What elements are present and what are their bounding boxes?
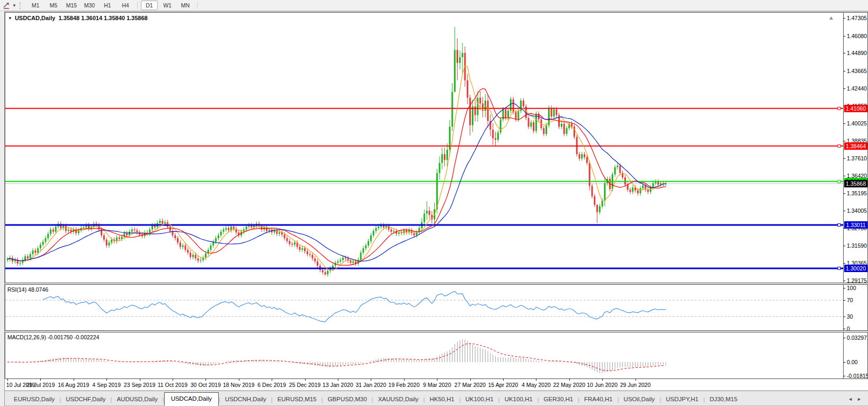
- macd-canvas[interactable]: [5, 332, 843, 377]
- chart-tab-eurusd-m15[interactable]: EURUSD,M15: [273, 393, 321, 405]
- macd-axis[interactable]: 0.0329720.00-0.018154: [843, 332, 867, 378]
- macd-plot[interactable]: MACD(12,26,9) -0.001750 -0.002224: [5, 332, 843, 378]
- ohlc-close: 1.35868: [127, 15, 148, 21]
- ohlc-high: 1.36014: [81, 15, 102, 21]
- price-tick-mark: [844, 176, 845, 176]
- candles-layer: [7, 27, 667, 277]
- price-tick-mark: [844, 36, 845, 37]
- chart-tab-usdchf-daily[interactable]: USDCHF,Daily: [61, 393, 110, 405]
- chart-tab-usdcad-daily[interactable]: USDCAD,Daily: [164, 392, 219, 406]
- date-tick-mark: [140, 379, 140, 381]
- toolbar-grip[interactable]: [20, 2, 23, 9]
- chart-tab-ger30-h1[interactable]: GER30,H1: [539, 393, 578, 405]
- chart-tab-eurusd-daily[interactable]: EURUSD,Daily: [9, 393, 59, 405]
- ohlc-open: 1.35848: [58, 15, 79, 21]
- tab-scroll-nav: ◄►: [846, 396, 864, 402]
- chart-tab-xauusd-daily[interactable]: XAUUSD,Daily: [373, 393, 424, 405]
- date-tick-mark: [371, 379, 371, 381]
- timeframe-button-w1[interactable]: W1: [159, 1, 176, 10]
- candlestick-canvas[interactable]: [5, 13, 843, 282]
- hline-handle: [838, 267, 840, 269]
- rsi-tick: 100: [847, 285, 856, 291]
- price-tick: 1.42440: [847, 85, 867, 92]
- macd-tick: 0.00: [847, 359, 857, 365]
- price-axis[interactable]: 1.473051.460801.448901.436651.424401.412…: [843, 13, 867, 283]
- hline-handle: [838, 107, 840, 110]
- date-label: 9 Mar 2020: [423, 382, 451, 388]
- tab-scroll-right-icon[interactable]: ►: [855, 396, 864, 402]
- rsi-plot[interactable]: RSI(14) 48.0746: [5, 285, 843, 330]
- date-tick-mark: [173, 379, 173, 381]
- price-tick-mark: [844, 53, 845, 53]
- date-tick-mark: [7, 379, 8, 381]
- date-axis[interactable]: 10 Jul 201929 Jul 201916 Aug 20194 Sep 2…: [5, 379, 868, 391]
- chart-tab-uk100-h1[interactable]: UK100,H1: [500, 393, 538, 405]
- ma-slow-blue: [7, 103, 666, 261]
- chart-tab-hk50-h1[interactable]: HK50,H1: [425, 393, 459, 405]
- date-tick-mark: [40, 379, 41, 381]
- rsi-line: [43, 291, 666, 322]
- chart-context-arrow-icon[interactable]: ▼: [8, 16, 12, 21]
- macd-tick-mark: [844, 338, 845, 338]
- tool-dropdown-caret-icon[interactable]: ▼: [11, 3, 17, 8]
- date-tick-mark: [305, 379, 306, 381]
- ma-mid-red: [7, 88, 666, 265]
- date-label: 16 Aug 2019: [58, 382, 89, 388]
- timeframe-button-d1[interactable]: D1: [141, 1, 158, 10]
- rsi-tick-mark: [844, 288, 845, 288]
- date-tick-mark: [205, 379, 206, 381]
- timeframe-button-m15[interactable]: M15: [63, 1, 80, 10]
- hline-handle: [838, 145, 840, 147]
- hline-handle: [838, 180, 840, 183]
- date-label: 4 Sep 2019: [92, 382, 121, 388]
- timeframe-button-h1[interactable]: H1: [99, 1, 116, 10]
- main-chart-plot[interactable]: ▼ USDCAD,Daily 1.35848 1.36014 1.35840 1…: [5, 13, 843, 283]
- date-tick-mark: [470, 379, 471, 381]
- chart-tab-fra40-h1[interactable]: FRA40,H1: [579, 393, 618, 405]
- macd-histogram: [7, 339, 666, 374]
- timeframe-button-m5[interactable]: M5: [45, 1, 62, 10]
- timeframe-button-h4[interactable]: H4: [117, 1, 134, 10]
- timeframe-button-mn[interactable]: MN: [177, 1, 194, 10]
- date-tick-mark: [338, 379, 338, 381]
- chart-tab-audusd-daily[interactable]: AUDUSD,Daily: [112, 393, 162, 405]
- price-line-badge: 1.38464: [844, 142, 867, 150]
- date-label: 10 Jun 2020: [587, 382, 618, 388]
- price-tick: 1.40025: [847, 120, 867, 127]
- price-tick: 1.47305: [847, 15, 867, 21]
- date-tick-mark: [74, 379, 74, 381]
- chart-tab-usdcnh-daily[interactable]: USDCNH,Daily: [220, 393, 271, 405]
- date-label: 11 Oct 2019: [158, 382, 187, 388]
- date-tick-mark: [569, 379, 570, 381]
- hline-handle: [838, 224, 840, 227]
- chart-title: ▼ USDCAD,Daily 1.35848 1.36014 1.35840 1…: [8, 15, 148, 21]
- ohlc-low: 1.35840: [104, 15, 125, 21]
- chart-tab-gbpusd-m30[interactable]: GBPUSD,M30: [323, 393, 372, 405]
- chart-tab-uk100-h1[interactable]: UK100,H1: [461, 393, 498, 405]
- ma-fast-orange: [7, 66, 666, 270]
- price-tick: 1.44890: [847, 50, 867, 56]
- price-tick-mark: [844, 211, 845, 211]
- chart-tab-usoil-daily[interactable]: USOil,Daily: [619, 393, 660, 405]
- price-tick-mark: [844, 193, 845, 194]
- date-tick-mark: [404, 379, 405, 381]
- chart-tab-dj30-m15[interactable]: DJ30,M15: [705, 393, 742, 405]
- rsi-canvas[interactable]: [5, 285, 843, 329]
- macd-label: MACD(12,26,9) -0.001750 -0.002224: [7, 334, 99, 340]
- cursor-tool-icon[interactable]: [2, 2, 11, 10]
- date-label: 29 Jun 2020: [620, 382, 651, 388]
- price-tick: 1.31590: [847, 242, 867, 249]
- timeframe-button-m1[interactable]: M1: [27, 1, 44, 10]
- tab-scroll-left-icon[interactable]: ◄: [846, 396, 855, 402]
- timeframe-button-m30[interactable]: M30: [81, 1, 98, 10]
- rsi-tick: 0: [847, 326, 850, 330]
- date-tick-mark: [437, 379, 437, 381]
- rsi-axis[interactable]: 10070300: [843, 285, 867, 330]
- chart-window: ▼ USDCAD,Daily 1.35848 1.36014 1.35840 1…: [5, 11, 868, 406]
- price-tick-mark: [844, 88, 845, 89]
- price-tick: 1.34005: [847, 207, 867, 214]
- rsi-tick: 30: [847, 313, 853, 320]
- date-label: 27 Mar 2020: [454, 382, 486, 388]
- date-label: 30 Oct 2019: [191, 382, 221, 388]
- chart-tab-usdjpy-h1[interactable]: USDJPY,H1: [661, 393, 703, 405]
